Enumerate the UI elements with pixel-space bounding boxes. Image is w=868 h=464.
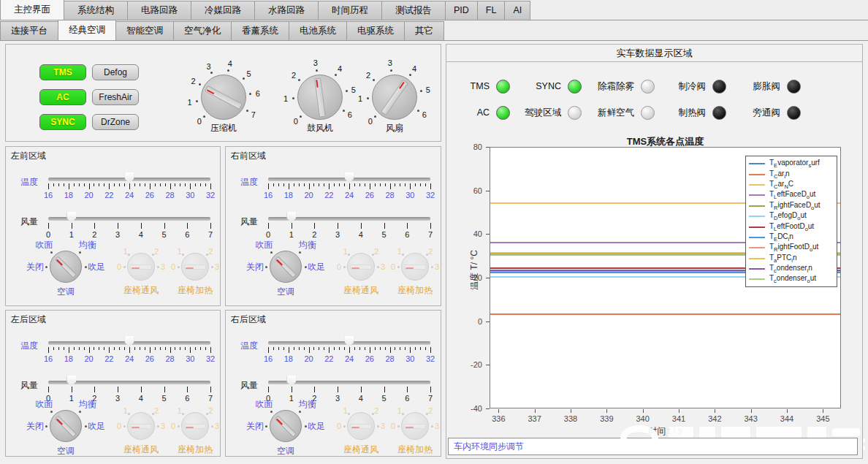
knob-tick-dot — [178, 266, 180, 268]
slider-track[interactable] — [48, 341, 210, 345]
slider-track[interactable] — [268, 178, 430, 181]
subtab-智能空调[interactable]: 智能空调 — [115, 21, 174, 40]
slider-tick — [94, 347, 94, 350]
slider-tick — [119, 347, 120, 350]
tab-主控界面[interactable]: 主控界面 — [0, 0, 64, 20]
chart-line-TCarin — [490, 313, 840, 315]
slider-tick — [79, 347, 80, 350]
slider-scale-number: 26 — [365, 354, 374, 363]
slider-tick — [425, 183, 426, 186]
knob-tick-label: 1 — [178, 406, 182, 415]
subtab-空气净化[interactable]: 空气净化 — [173, 21, 232, 40]
chart-y-axis-label: 温度 T/ °C — [468, 227, 481, 314]
slider-scale-number: 28 — [165, 191, 174, 199]
slider-tick — [119, 183, 120, 186]
status-text-box[interactable]: 车内环境同步调节 — [448, 438, 858, 455]
tab-水路回路[interactable]: 水路回路 — [254, 1, 319, 20]
slider-tick — [329, 347, 330, 353]
legend-label: TEDCin — [769, 232, 793, 243]
slider-ticks — [48, 183, 210, 190]
knob-tick-dot — [305, 266, 307, 268]
subtab-香薰系统[interactable]: 香薰系统 — [231, 21, 289, 40]
slider-track[interactable] — [268, 341, 430, 345]
tab-电路回路[interactable]: 电路回路 — [127, 1, 191, 20]
indicator-label: 除霜除雾 — [598, 80, 634, 93]
tab-AI[interactable]: AI — [504, 1, 530, 20]
slider-scale-number: 22 — [104, 354, 113, 363]
slider-ticks — [268, 347, 430, 354]
slider-tick — [205, 347, 206, 350]
slider-tick — [69, 183, 69, 189]
subtab-经典空调[interactable]: 经典空调 — [58, 20, 116, 40]
knob-caption: 空调 — [277, 286, 294, 298]
zone-title: 左后区域 — [11, 313, 46, 326]
option-button-FreshAir[interactable]: FreshAir — [92, 89, 139, 105]
slider-track[interactable] — [48, 178, 210, 181]
slider-tick — [140, 347, 140, 350]
knob-tick-dot — [373, 79, 375, 81]
option-button-Defog[interactable]: Defog — [92, 64, 139, 80]
indicator-label: SYNC — [536, 81, 561, 91]
tab-系统结构[interactable]: 系统结构 — [64, 1, 128, 20]
slider-tick — [124, 183, 125, 186]
slider-thumb[interactable] — [125, 336, 134, 347]
knob-tick-dot — [79, 411, 81, 413]
slider-tick — [390, 347, 391, 353]
slider-tick — [405, 347, 406, 350]
tab-时间历程[interactable]: 时间历程 — [318, 1, 382, 20]
subtab-电池系统[interactable]: 电池系统 — [289, 21, 347, 40]
zone-panel-右后区域: 右后区域温度161820222426283032风量01234567关闭吹面均衡… — [225, 310, 441, 457]
knob-tick-dot — [299, 251, 301, 254]
slider-scale-number: 24 — [345, 191, 354, 199]
toggle-button-AC[interactable]: AC — [39, 89, 86, 105]
zone-panel-左后区域: 左后区域温度161820222426283032风量01234567关闭吹面均衡… — [5, 310, 221, 457]
knob-压缩机[interactable]: 01234567压缩机 — [172, 46, 275, 148]
knob-tick-label: 0 — [337, 422, 341, 430]
tab-PID[interactable]: PID — [445, 1, 478, 20]
toggle-button-TMS[interactable]: TMS — [39, 64, 86, 80]
knob-tick-label: 4 — [228, 59, 232, 68]
slider-thumb[interactable] — [125, 172, 134, 183]
slider-tick — [410, 347, 411, 353]
slider-thumb[interactable] — [345, 172, 354, 183]
knob-tick-dot — [178, 425, 180, 427]
slider-tick — [129, 183, 130, 189]
slider-scale-number: 26 — [145, 354, 154, 363]
slider-tick — [195, 347, 196, 350]
knob-tick-label: 0 — [117, 262, 121, 271]
knob-tick-dot — [45, 266, 47, 268]
slider-scale-number: 16 — [44, 191, 53, 199]
knob-风扇[interactable]: 0123456风扇 — [343, 46, 446, 148]
x-tick-label: 341 — [672, 414, 685, 423]
x-tick-label: 343 — [744, 414, 757, 423]
slider-scale: 161820222426283032 — [268, 191, 430, 199]
knob-tick-dot — [397, 425, 400, 427]
knob-tick-dot — [292, 97, 294, 99]
y-tick — [486, 408, 490, 409]
option-button-DrZone[interactable]: DrZone — [92, 114, 139, 130]
tab-测试报告[interactable]: 测试报告 — [381, 1, 446, 20]
toggle-button-SYNC[interactable]: SYNC — [39, 114, 86, 130]
tab-冷媒回路[interactable]: 冷媒回路 — [191, 1, 255, 20]
knob-caption: 座椅加热 — [397, 284, 433, 297]
subtab-电驱系统[interactable]: 电驱系统 — [346, 21, 405, 40]
slider-tick — [313, 183, 314, 186]
knob-tick-label: 3 — [215, 262, 219, 271]
knob-tick-label: 3 — [388, 58, 392, 67]
subtab-其它[interactable]: 其它 — [404, 21, 444, 40]
knob-pointer — [404, 265, 426, 270]
knob-tick-dot — [316, 69, 318, 72]
knob-tick-dot — [265, 266, 267, 268]
slider-tick — [334, 347, 335, 350]
slider-tick — [420, 183, 421, 186]
indicator-label: 膨胀阀 — [753, 80, 781, 93]
subtab-连接平台[interactable]: 连接平台 — [0, 21, 58, 40]
slider-thumb[interactable] — [345, 336, 354, 347]
knob-tick-label: 0 — [391, 262, 395, 271]
knob-tick-dot — [305, 425, 307, 427]
slider-tick — [405, 183, 406, 186]
knob-tick-label: 吹面 — [255, 398, 273, 411]
tab-FL[interactable]: FL — [477, 1, 506, 20]
knob-tick-label: 2 — [428, 406, 433, 415]
knob-tick-dot — [128, 413, 130, 415]
